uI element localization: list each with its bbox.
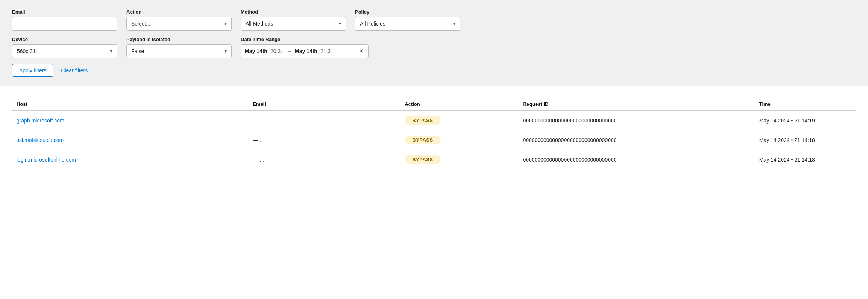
cell-requestid: 00000000000000000000000000000000 bbox=[518, 130, 754, 150]
apply-filters-button[interactable]: Apply filters bbox=[12, 64, 53, 77]
col-header-time: Time bbox=[755, 98, 856, 110]
cell-time: May 14 2024 • 21:14:18 bbox=[755, 150, 856, 169]
table-row: ssl.mobilesuica.com — . BYPASS 000000000… bbox=[12, 130, 856, 150]
cell-action: BYPASS bbox=[400, 150, 518, 169]
payload-select-wrapper: False True ▼ bbox=[126, 44, 232, 58]
filter-group-action: Action Select... Allow Block Bypass Redi… bbox=[126, 9, 232, 31]
policy-select[interactable]: All Policies Policy A Policy B bbox=[355, 17, 460, 31]
method-select-wrapper: All Methods GET POST PUT DELETE ▼ bbox=[241, 17, 346, 31]
filter-group-email: Email bbox=[12, 9, 117, 31]
table-section: Host Email Action Request ID Time graph.… bbox=[0, 86, 868, 169]
date-range-box[interactable]: May 14th 20:31 → May 14th 21:31 ✕ bbox=[241, 44, 369, 58]
filter-group-method: Method All Methods GET POST PUT DELETE ▼ bbox=[241, 9, 346, 31]
host-link[interactable]: login.microsoftonline.com bbox=[17, 157, 76, 163]
payload-label: Payload is isolated bbox=[126, 37, 232, 42]
date-range-arrow-icon: → bbox=[287, 48, 292, 54]
email-label: Email bbox=[12, 9, 117, 15]
method-label: Method bbox=[241, 9, 346, 15]
host-link[interactable]: graph.microsoft.com bbox=[17, 117, 64, 124]
action-badge: BYPASS bbox=[405, 155, 441, 164]
action-badge: BYPASS bbox=[405, 116, 441, 125]
table-header: Host Email Action Request ID Time bbox=[12, 98, 856, 110]
action-label: Action bbox=[126, 9, 232, 15]
cell-requestid: 00000000000000000000000000000000 bbox=[518, 110, 754, 130]
col-header-requestid: Request ID bbox=[518, 98, 754, 110]
table-body: graph.microsoft.com — . BYPASS 000000000… bbox=[12, 110, 856, 169]
date-range-clear-button[interactable]: ✕ bbox=[358, 48, 364, 54]
cell-host: graph.microsoft.com bbox=[12, 110, 248, 130]
payload-select[interactable]: False True bbox=[126, 44, 232, 58]
action-badge: BYPASS bbox=[405, 136, 441, 144]
method-select[interactable]: All Methods GET POST PUT DELETE bbox=[241, 17, 346, 31]
date-end-date: May 14th bbox=[295, 48, 317, 54]
cell-action: BYPASS bbox=[400, 130, 518, 150]
email-input[interactable] bbox=[12, 17, 117, 31]
filter-panel: Email Action Select... Allow Block Bypas… bbox=[0, 0, 868, 86]
filter-group-payload: Payload is isolated False True ▼ bbox=[126, 37, 232, 58]
col-header-host: Host bbox=[12, 98, 248, 110]
date-start-date: May 14th bbox=[245, 48, 267, 54]
policy-label: Policy bbox=[355, 9, 460, 15]
col-header-action: Action bbox=[400, 98, 518, 110]
action-select-wrapper: Select... Allow Block Bypass Redirect ▼ bbox=[126, 17, 232, 31]
results-table: Host Email Action Request ID Time graph.… bbox=[12, 98, 856, 169]
filter-group-device: Device 560cf31t device-2 device-3 ▼ bbox=[12, 37, 117, 58]
filter-row-1: Email Action Select... Allow Block Bypas… bbox=[12, 9, 856, 31]
date-end-time: 21:31 bbox=[320, 48, 334, 54]
filter-group-policy: Policy All Policies Policy A Policy B ▼ bbox=[355, 9, 460, 31]
action-select[interactable]: Select... Allow Block Bypass Redirect bbox=[126, 17, 232, 31]
table-header-row: Host Email Action Request ID Time bbox=[12, 98, 856, 110]
cell-host: login.microsoftonline.com bbox=[12, 150, 248, 169]
device-label: Device bbox=[12, 37, 117, 42]
filter-row-2: Device 560cf31t device-2 device-3 ▼ Payl… bbox=[12, 37, 856, 58]
cell-email: — . bbox=[248, 130, 400, 150]
cell-email: — . . bbox=[248, 150, 400, 169]
table-row: login.microsoftonline.com — . . BYPASS 0… bbox=[12, 150, 856, 169]
cell-action: BYPASS bbox=[400, 110, 518, 130]
device-select-wrapper: 560cf31t device-2 device-3 ▼ bbox=[12, 44, 117, 58]
filter-actions: Apply filters Clear filters bbox=[12, 64, 856, 77]
host-link[interactable]: ssl.mobilesuica.com bbox=[17, 137, 64, 143]
clear-filters-button[interactable]: Clear filters bbox=[59, 64, 89, 77]
device-select[interactable]: 560cf31t device-2 device-3 bbox=[12, 44, 117, 58]
date-start-time: 20:31 bbox=[270, 48, 284, 54]
cell-host: ssl.mobilesuica.com bbox=[12, 130, 248, 150]
cell-time: May 14 2024 • 21:14:18 bbox=[755, 130, 856, 150]
table-row: graph.microsoft.com — . BYPASS 000000000… bbox=[12, 110, 856, 130]
col-header-email: Email bbox=[248, 98, 400, 110]
cell-requestid: 00000000000000000000000000000000 bbox=[518, 150, 754, 169]
date-range-label: Date Time Range bbox=[241, 37, 369, 42]
cell-time: May 14 2024 • 21:14:19 bbox=[755, 110, 856, 130]
filter-group-daterange: Date Time Range May 14th 20:31 → May 14t… bbox=[241, 37, 369, 58]
cell-email: — . bbox=[248, 110, 400, 130]
policy-select-wrapper: All Policies Policy A Policy B ▼ bbox=[355, 17, 460, 31]
